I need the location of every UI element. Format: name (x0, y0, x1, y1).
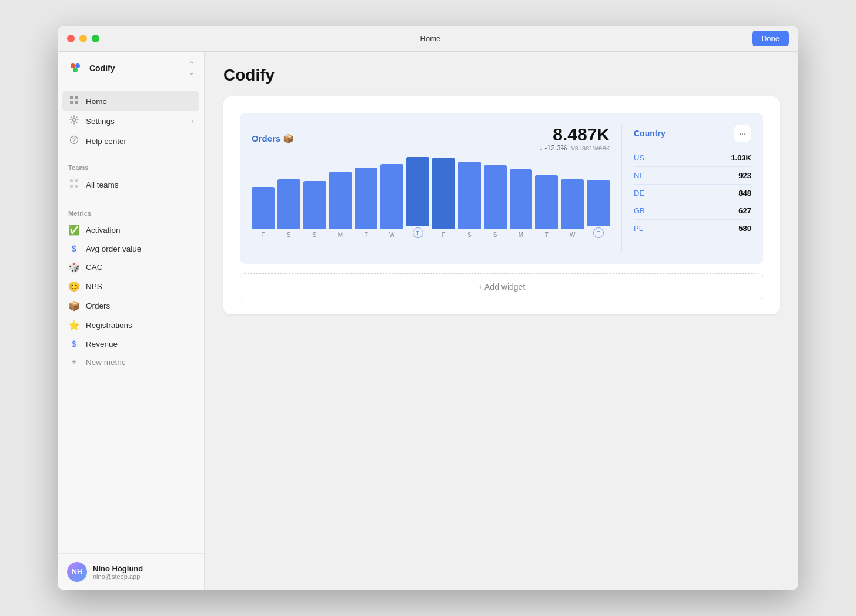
revenue-label: Revenue (86, 340, 118, 349)
bar-group: M (510, 169, 533, 238)
maximize-button[interactable] (92, 35, 99, 42)
bar-group: S (277, 179, 300, 239)
bar (380, 164, 403, 229)
sidebar-item-all-teams[interactable]: All teams (62, 175, 199, 195)
widget-metric: 8.487K ↓ -12.3% vs last week (539, 125, 610, 152)
svg-rect-4 (75, 96, 78, 99)
bar-group: S (484, 165, 507, 238)
window-title: Home (109, 34, 752, 43)
bar-label: T (545, 232, 549, 238)
bar (303, 181, 326, 229)
bar-group: S (458, 162, 481, 238)
sidebar-item-cac[interactable]: 🎲 CAC (62, 257, 199, 277)
metric-change: ↓ -12.3% vs last week (539, 144, 610, 152)
svg-point-1 (75, 63, 80, 68)
bar (510, 169, 533, 229)
bar (252, 187, 275, 229)
bar-label: T (593, 227, 604, 238)
user-info: Nino Höglund nino@steep.app (93, 564, 143, 580)
cac-icon: 🎲 (68, 262, 80, 273)
bar (484, 165, 507, 229)
svg-point-2 (73, 68, 78, 72)
workspace-heading: Codify (223, 66, 780, 85)
sidebar-item-new-metric[interactable]: + New metric (62, 353, 199, 371)
help-label: Help center (86, 137, 126, 146)
country-code: GB (634, 206, 645, 215)
country-value: 848 (738, 189, 751, 197)
bar-label: M (338, 232, 343, 238)
workspace-switcher[interactable]: Codify ⌃⌄ (58, 52, 204, 85)
sidebar-item-revenue[interactable]: $ Revenue (62, 335, 199, 353)
widget-title: Orders 📦 (252, 133, 294, 144)
teams-navigation: All teams (58, 173, 204, 200)
orders-label: Orders (86, 302, 110, 310)
bar (432, 158, 455, 229)
bar (329, 172, 352, 229)
country-value: 1.03K (731, 153, 751, 162)
country-value: 923 (738, 171, 751, 180)
avg-order-label: Avg order value (86, 245, 141, 253)
sidebar-item-activation[interactable]: ✅ Activation (62, 220, 199, 240)
settings-arrow-icon: › (191, 118, 193, 125)
settings-label: Settings (86, 117, 115, 126)
bar (458, 162, 481, 229)
sidebar-item-registrations[interactable]: ⭐ Registrations (62, 316, 199, 335)
svg-rect-5 (70, 101, 73, 104)
sidebar: Codify ⌃⌄ Home (58, 52, 205, 590)
widget-header: Orders 📦 8.487K ↓ -12.3% vs last week (252, 125, 610, 152)
bar-label: S (287, 232, 291, 238)
bar-label: F (261, 232, 265, 238)
change-arrow: ↓ -12.3% (539, 144, 567, 152)
country-list: US1.03KNL923DE848GB627PL580 (634, 149, 751, 237)
change-vs: vs last week (571, 144, 610, 152)
bar-label: W (570, 232, 575, 238)
bar-label: S (493, 232, 497, 238)
sidebar-item-settings[interactable]: Settings › (62, 111, 199, 131)
country-row: NL923 (634, 167, 751, 185)
sidebar-item-avg-order[interactable]: $ Avg order value (62, 240, 199, 257)
all-teams-label: All teams (86, 180, 119, 189)
user-profile[interactable]: NH Nino Höglund nino@steep.app (58, 553, 204, 590)
sidebar-item-orders[interactable]: 📦 Orders (62, 296, 199, 316)
minimize-button[interactable] (79, 35, 87, 42)
bar-group: T (355, 168, 377, 238)
workspace-name: Codify (89, 63, 115, 73)
sidebar-item-help[interactable]: Help center (62, 131, 199, 151)
svg-rect-11 (75, 179, 78, 182)
activation-icon: ✅ (68, 225, 80, 236)
bar (277, 179, 300, 229)
bar-label: M (519, 232, 523, 238)
more-options-button[interactable]: ··· (734, 125, 751, 142)
app-body: Codify ⌃⌄ Home (58, 52, 798, 590)
orders-icon: 📦 (68, 300, 80, 312)
registrations-icon: ⭐ (68, 320, 80, 331)
country-value: 627 (738, 206, 751, 215)
country-row: GB627 (634, 202, 751, 220)
bar (561, 179, 584, 229)
widget-divider (621, 125, 622, 252)
orders-widget: Orders 📦 8.487K ↓ -12.3% vs last week FS… (240, 113, 763, 264)
close-button[interactable] (67, 35, 75, 42)
user-email: nino@steep.app (93, 573, 143, 580)
registrations-label: Registrations (86, 321, 132, 330)
sidebar-item-nps[interactable]: 😊 NPS (62, 277, 199, 296)
page-title-area: Codify (223, 66, 780, 85)
done-button[interactable]: Done (752, 31, 789, 46)
bar-group: T (406, 157, 429, 238)
bar (535, 175, 558, 229)
chevron-updown-icon: ⌃⌄ (189, 60, 195, 76)
traffic-lights (67, 35, 99, 42)
chart-area: Orders 📦 8.487K ↓ -12.3% vs last week FS… (252, 125, 610, 252)
activation-label: Activation (86, 226, 121, 235)
bar-group: W (561, 179, 584, 239)
bar-chart: FSSMTWTFSSMTWT (252, 158, 610, 252)
titlebar: Home Done (58, 26, 798, 52)
svg-rect-10 (70, 179, 73, 182)
country-code: US (634, 153, 644, 162)
new-metric-icon: + (68, 357, 80, 367)
metric-value: 8.487K (539, 125, 610, 144)
sidebar-navigation: Home Settings › (58, 85, 204, 157)
add-widget-button[interactable]: + Add widget (240, 273, 763, 300)
sidebar-item-home[interactable]: Home (62, 91, 199, 111)
cac-label: CAC (86, 263, 103, 272)
